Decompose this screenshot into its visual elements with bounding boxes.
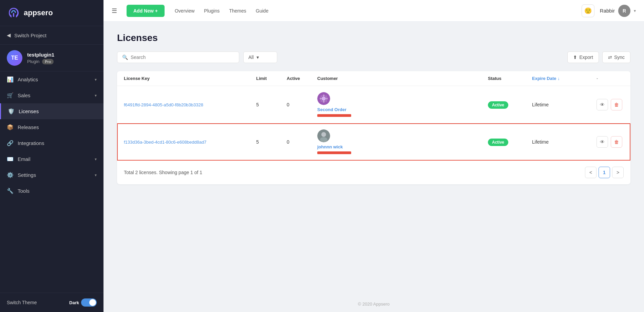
table-row: f6491ffd-2894-4805-a5d0-f8b20b3b3328 5 0	[117, 86, 630, 123]
license-key-link-1[interactable]: f6491ffd-2894-4805-a5d0-f8b20b3b3328	[124, 102, 203, 107]
user-info[interactable]: Rabbir R ▾	[600, 5, 636, 17]
content-area: Licenses 🔍 All ▾ ⬆ Export ⇄ Sync	[103, 22, 644, 296]
col-actions: -	[596, 76, 624, 81]
export-button[interactable]: ⬆ Export	[567, 51, 599, 63]
customer-cell-2: johnnn wick	[317, 129, 485, 154]
chevron-down-icon: ▾	[95, 173, 97, 178]
sidebar-item-licenses[interactable]: 🛡️ Licenses	[0, 103, 103, 119]
search-icon: 🔍	[122, 55, 128, 60]
topbar-nav: Overview Plugins Themes Guide	[175, 7, 268, 15]
svg-point-12	[321, 132, 326, 137]
topbar-right: 🙂 Rabbir R ▾	[582, 4, 636, 17]
feedback-button[interactable]: 🙂	[582, 4, 594, 17]
license-key-link-2[interactable]: f133d36a-3bed-4cd1-80c6-e608bedd8ad7	[124, 140, 207, 145]
pro-badge: Pro	[42, 59, 54, 64]
col-customer: Customer	[317, 76, 485, 81]
pagination: < 1 >	[585, 167, 624, 178]
svg-rect-0	[13, 13, 14, 17]
expire-cell-2: Lifetime	[532, 139, 593, 145]
theme-toggle-track[interactable]	[81, 298, 97, 307]
status-badge-1: Active	[488, 101, 508, 109]
status-badge-2: Active	[488, 139, 508, 146]
col-status: Status	[488, 76, 529, 81]
sidebar-item-integrations-label: Integrations	[18, 140, 44, 146]
page-footer: © 2020 Appsero	[103, 296, 644, 312]
sidebar-item-email[interactable]: ✉️ Email ▾	[0, 151, 103, 167]
sidebar-item-settings[interactable]: ⚙️ Settings ▾	[0, 167, 103, 183]
active-cell-2: 0	[287, 139, 314, 145]
settings-icon: ⚙️	[7, 172, 14, 178]
chevron-down-icon: ▾	[95, 157, 97, 162]
user-avatar: R	[618, 5, 630, 17]
nav-themes[interactable]: Themes	[229, 7, 246, 15]
project-name: testplugin1	[27, 52, 54, 58]
prev-page-button[interactable]: <	[585, 167, 596, 178]
tools-icon: 🔧	[7, 188, 14, 194]
sidebar-item-integrations[interactable]: 🔗 Integrations	[0, 135, 103, 151]
sidebar-item-sales[interactable]: 🛒 Sales ▾	[0, 87, 103, 103]
svg-point-4	[323, 101, 325, 103]
customer-avatar-svg-2	[317, 129, 330, 142]
col-expire-date[interactable]: Expire Date ↓	[532, 76, 593, 81]
filter-select[interactable]: All ▾	[243, 51, 277, 63]
customer-email-redacted-2	[317, 151, 351, 154]
current-page-button[interactable]: 1	[599, 167, 610, 178]
switch-project-button[interactable]: ◀ Switch Project	[0, 26, 103, 45]
search-box: 🔍	[117, 51, 239, 63]
action-btns-2: 👁 🗑	[596, 136, 624, 148]
nav-guide[interactable]: Guide	[256, 7, 268, 15]
project-details: testplugin1 Plugin Pro	[27, 52, 54, 64]
status-cell-1: Active	[488, 102, 529, 108]
export-icon: ⬆	[573, 55, 577, 60]
sidebar-item-licenses-label: Licenses	[19, 108, 39, 114]
limit-cell-1: 5	[256, 102, 283, 107]
sidebar-footer: Switch Theme Dark	[0, 293, 103, 312]
user-name: Rabbir	[600, 8, 615, 14]
svg-point-10	[325, 100, 327, 102]
customer-name-2: johnnn wick	[317, 144, 343, 149]
sync-label: Sync	[614, 55, 625, 60]
hamburger-icon[interactable]: ☰	[112, 7, 117, 15]
toggle-label: Dark	[69, 300, 79, 305]
customer-avatar-2	[317, 129, 330, 142]
total-text: Total 2 licenses. Showing page 1 of 1	[124, 170, 202, 175]
add-new-button[interactable]: Add New +	[127, 5, 165, 17]
sync-button[interactable]: ⇄ Sync	[602, 51, 630, 63]
license-key-cell-1: f6491ffd-2894-4805-a5d0-f8b20b3b3328	[124, 102, 253, 108]
sidebar-item-analytics[interactable]: 📊 Analytics ▾	[0, 71, 103, 87]
search-input[interactable]	[131, 55, 234, 60]
customer-name-1: Second Order	[317, 107, 346, 112]
svg-point-7	[321, 96, 322, 97]
sync-icon: ⇄	[608, 55, 612, 60]
theme-toggle[interactable]: Dark	[69, 298, 97, 307]
app-name: appsero	[24, 8, 53, 17]
sidebar-item-email-label: Email	[18, 156, 31, 162]
sidebar-item-tools[interactable]: 🔧 Tools	[0, 183, 103, 199]
nav-plugins[interactable]: Plugins	[204, 7, 220, 15]
sidebar-item-sales-label: Sales	[18, 92, 31, 98]
svg-point-9	[321, 100, 322, 102]
sales-icon: 🛒	[7, 92, 14, 99]
analytics-icon: 📊	[7, 76, 14, 83]
view-button-1[interactable]: 👁	[596, 99, 608, 110]
view-button-2[interactable]: 👁	[596, 136, 608, 148]
page-title: Licenses	[117, 33, 630, 43]
releases-icon: 📦	[7, 124, 14, 130]
main-area: ☰ Add New + Overview Plugins Themes Guid…	[103, 0, 644, 312]
col-active: Active	[287, 76, 314, 81]
sidebar-item-tools-label: Tools	[18, 188, 30, 194]
delete-button-2[interactable]: 🗑	[611, 136, 622, 148]
switch-project-label: Switch Project	[14, 33, 46, 38]
delete-button-1[interactable]: 🗑	[611, 99, 622, 110]
customer-cell-1: Second Order	[317, 92, 485, 117]
next-page-button[interactable]: >	[612, 167, 624, 178]
table-footer: Total 2 licenses. Showing page 1 of 1 < …	[117, 161, 630, 184]
nav-overview[interactable]: Overview	[175, 7, 194, 15]
sidebar-item-releases[interactable]: 📦 Releases	[0, 119, 103, 135]
sidebar-nav: 📊 Analytics ▾ 🛒 Sales ▾ 🛡️ Licenses 📦 Re…	[0, 71, 103, 199]
topbar: ☰ Add New + Overview Plugins Themes Guid…	[103, 0, 644, 22]
licenses-table: License Key Limit Active Customer Status…	[117, 71, 630, 184]
sidebar-item-analytics-label: Analytics	[18, 77, 38, 82]
theme-toggle-thumb	[89, 299, 96, 306]
table-header: License Key Limit Active Customer Status…	[117, 71, 630, 86]
